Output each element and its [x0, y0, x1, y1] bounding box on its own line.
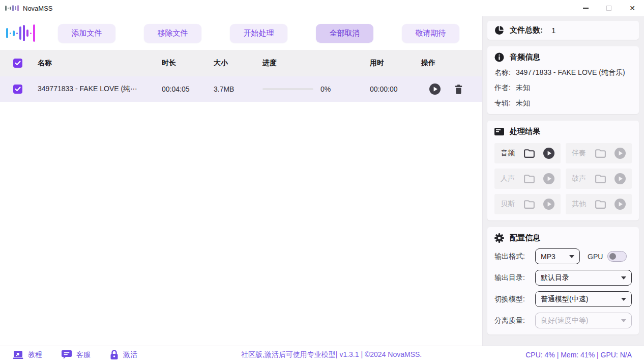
output-format-label: 输出格式: [494, 252, 535, 261]
result-item-bass: 贝斯 [494, 194, 561, 214]
play-icon[interactable] [614, 199, 626, 210]
audio-artist-label: 作者: [494, 83, 511, 93]
gpu-toggle[interactable] [607, 251, 627, 262]
cancel-all-button[interactable]: 全部取消 [316, 24, 373, 43]
result-label: 伴奏 [572, 149, 586, 158]
toolbar: 添加文件 移除文件 开始处理 全部取消 敬请期待 [0, 16, 482, 50]
output-format-value: MP3 [541, 253, 555, 261]
window-title: NovaMSS [23, 5, 53, 12]
play-icon[interactable] [614, 148, 626, 159]
check-icon [15, 87, 21, 92]
audio-name-value: 349771833 - FAKE LOVE (纯音乐) [516, 68, 625, 77]
gear-icon [494, 233, 504, 243]
play-icon[interactable] [543, 173, 554, 184]
start-process-button[interactable]: 开始处理 [230, 24, 287, 43]
folder-icon[interactable] [595, 199, 606, 209]
gpu-label: GPU [588, 253, 603, 261]
column-header-duration: 时长 [162, 59, 214, 68]
chevron-down-icon [621, 276, 626, 280]
tutorial-label: 教程 [28, 350, 42, 359]
row-size: 3.7MB [214, 85, 262, 93]
result-item-drums: 鼓声 [566, 169, 632, 189]
folder-icon[interactable] [523, 199, 535, 209]
folder-icon[interactable] [523, 148, 535, 158]
activate-link[interactable]: 激活 [110, 350, 137, 360]
close-button[interactable]: ✕ [621, 0, 644, 16]
row-name: 349771833 - FAKE LOVE (纯⋯ [33, 85, 162, 94]
model-select[interactable]: 普通模型(中速) [535, 291, 632, 307]
card-icon [494, 128, 504, 135]
folder-icon[interactable] [595, 148, 606, 158]
config-card: 配置信息 输出格式: MP3 GPU 输出目录: 默认目录 [487, 227, 639, 334]
minimize-icon [583, 8, 589, 9]
audio-info-card: 音频信息 名称:349771833 - FAKE LOVE (纯音乐) 作者:未… [487, 46, 639, 114]
row-checkbox[interactable] [13, 85, 22, 94]
app-window: NovaMSS ✕ 添加文件 移除文件 开始处理 全部取消 [0, 0, 644, 363]
chevron-down-icon [569, 255, 574, 258]
audio-info-title: 音频信息 [510, 52, 540, 62]
column-header-progress: 进度 [262, 59, 370, 68]
table-empty-area [0, 102, 482, 346]
coming-soon-button[interactable]: 敬请期待 [402, 24, 459, 43]
close-icon: ✕ [629, 5, 635, 12]
column-header-size: 大小 [214, 59, 262, 68]
audio-artist-value: 未知 [516, 83, 530, 93]
check-icon [15, 61, 21, 66]
minimize-button[interactable] [574, 0, 597, 16]
select-all-checkbox[interactable] [13, 59, 22, 68]
output-format-select[interactable]: MP3 [535, 248, 580, 264]
play-icon[interactable] [614, 173, 626, 184]
results-title: 处理结果 [510, 127, 540, 136]
titlebar: NovaMSS ✕ [0, 0, 644, 16]
maximize-icon [606, 6, 611, 11]
result-item-vocals: 人声 [494, 169, 561, 189]
chevron-down-icon [621, 298, 626, 301]
row-delete-button[interactable] [454, 85, 463, 94]
remove-files-button[interactable]: 移除文件 [144, 24, 201, 43]
quality-select: 良好(速度中等) [535, 313, 632, 328]
audio-album-label: 专辑: [494, 99, 511, 108]
maximize-button[interactable] [597, 0, 621, 16]
audio-name-label: 名称: [494, 68, 511, 77]
folder-icon[interactable] [595, 174, 606, 184]
result-item-other: 其他 [566, 194, 632, 214]
progress-label: 0% [320, 85, 331, 93]
progress-bar [262, 88, 313, 90]
result-item-audio: 音频 [494, 143, 561, 163]
waveform-logo [6, 23, 40, 43]
output-dir-label: 输出目录: [494, 273, 535, 283]
quality-label: 分离质量: [494, 316, 535, 325]
result-label: 音频 [501, 149, 515, 158]
play-icon[interactable] [543, 148, 554, 159]
sidebar: 文件总数: 1 音频信息 名称:349771833 - FAKE LOVE (纯… [482, 16, 644, 346]
quality-value: 良好(速度中等) [541, 316, 588, 325]
play-icon[interactable] [543, 199, 554, 210]
result-label: 人声 [501, 174, 515, 183]
result-label: 其他 [572, 200, 586, 209]
pie-chart-icon [494, 25, 504, 35]
support-link[interactable]: 客服 [62, 350, 91, 359]
output-dir-value: 默认目录 [541, 273, 569, 283]
toggle-knob [609, 253, 616, 260]
total-files-card: 文件总数: 1 [487, 21, 639, 40]
table-row[interactable]: 349771833 - FAKE LOVE (纯⋯ 00:04:05 3.7MB… [0, 76, 482, 102]
row-play-button[interactable] [429, 83, 441, 95]
model-label: 切换模型: [494, 295, 535, 304]
tutorial-link[interactable]: 教程 [13, 350, 42, 359]
config-title: 配置信息 [510, 233, 540, 243]
column-header-elapsed: 用时 [370, 59, 421, 68]
chevron-down-icon [621, 319, 626, 322]
output-dir-select[interactable]: 默认目录 [535, 270, 632, 286]
system-stats: CPU: 4% | Mem: 41% | GPU: N/A [525, 351, 632, 359]
add-files-button[interactable]: 添加文件 [58, 24, 115, 43]
row-duration: 00:04:05 [162, 85, 214, 93]
folder-icon[interactable] [523, 174, 535, 184]
result-label: 鼓声 [572, 174, 586, 183]
row-elapsed: 00:00:00 [370, 85, 421, 93]
column-header-name: 名称 [33, 59, 162, 68]
total-files-value: 1 [551, 26, 555, 35]
info-icon [494, 52, 504, 62]
play-icon [429, 83, 441, 95]
version-text: 社区版,激活后可使用专业模型| v1.3.1 | ©2024 NovaMSS. [137, 350, 525, 359]
trash-icon [454, 85, 463, 94]
